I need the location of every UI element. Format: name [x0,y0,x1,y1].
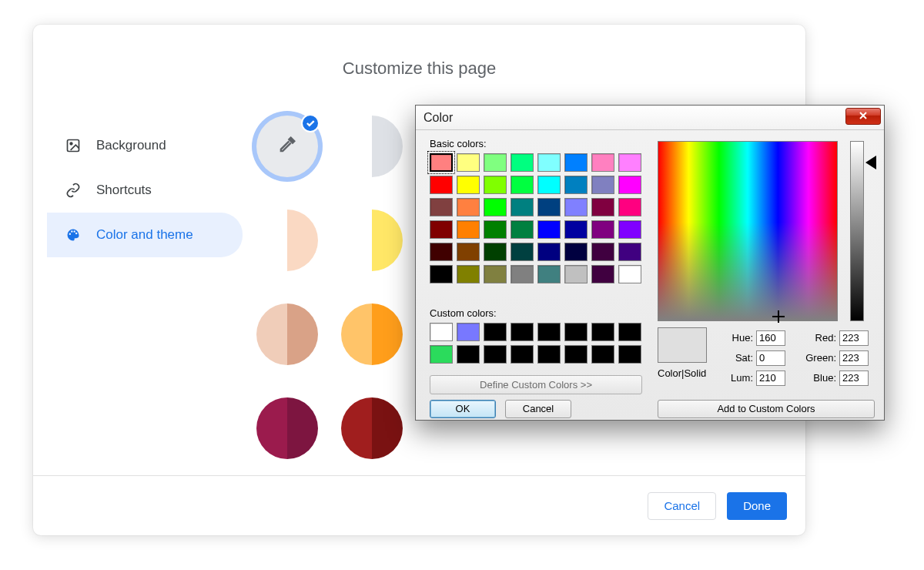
basic-color-cell[interactable] [511,265,534,283]
red-input[interactable]: 223 [839,330,869,346]
blue-input[interactable]: 223 [839,370,869,386]
sidebar-item-color-and-theme[interactable]: Color and theme [47,213,243,257]
cancel-button[interactable]: Cancel [648,492,716,520]
basic-color-cell[interactable] [618,198,641,216]
hue-input[interactable]: 160 [756,330,785,346]
palette-icon [61,227,85,243]
custom-color-cell[interactable] [591,323,614,341]
basic-color-cell[interactable] [537,153,561,172]
basic-color-cell[interactable] [484,243,507,261]
basic-color-cell[interactable] [457,265,480,283]
basic-color-cell[interactable] [511,176,534,194]
green-input[interactable]: 223 [839,350,869,366]
custom-color-cell[interactable] [537,345,561,364]
basic-color-cell[interactable] [484,198,507,216]
custom-color-cell[interactable] [511,345,534,364]
basic-color-cell[interactable] [618,243,641,261]
theme-swatch[interactable] [256,397,318,459]
basic-colors-label: Basic colors: [430,138,487,149]
color-picker-dialog: Color Basic colors: Custom colors: Defin… [415,105,885,421]
basic-color-cell[interactable] [537,265,561,283]
custom-color-cell[interactable] [484,345,507,364]
basic-color-cell[interactable] [618,176,641,194]
luminance-arrow-icon[interactable] [865,156,876,169]
basic-color-cell[interactable] [457,176,480,194]
basic-color-cell[interactable] [484,265,507,283]
custom-color-cell[interactable] [457,323,480,341]
basic-color-cell[interactable] [511,243,534,261]
basic-color-cell[interactable] [564,153,588,172]
basic-color-cell[interactable] [591,153,614,172]
ok-button[interactable]: OK [430,400,496,418]
basic-color-cell[interactable] [430,220,453,239]
cancel-button[interactable]: Cancel [505,400,571,418]
basic-color-cell[interactable] [457,243,480,261]
basic-color-cell[interactable] [591,265,614,283]
hue-label: Hue: [722,332,753,344]
dialog-title: Color [424,111,453,125]
basic-color-cell[interactable] [484,153,507,172]
basic-color-cell[interactable] [591,220,614,239]
custom-color-cell[interactable] [430,323,453,341]
basic-color-cell[interactable] [511,220,534,239]
custom-color-cell[interactable] [430,345,453,364]
lum-label: Lum: [722,372,753,384]
done-button[interactable]: Done [727,492,787,520]
sidebar-item-background[interactable]: Background [47,123,243,168]
custom-color-cell[interactable] [511,323,534,341]
custom-color-cell[interactable] [591,345,614,364]
theme-swatch[interactable] [256,303,318,365]
custom-color-cell[interactable] [618,345,641,364]
theme-swatch[interactable] [256,116,318,177]
custom-color-cell[interactable] [484,323,507,341]
theme-swatch[interactable] [341,210,403,271]
basic-color-cell[interactable] [618,153,641,172]
sidebar-item-shortcuts[interactable]: Shortcuts [47,168,243,213]
basic-color-cell[interactable] [564,198,588,216]
basic-color-cell[interactable] [430,198,453,216]
basic-color-cell[interactable] [430,176,453,194]
basic-color-cell[interactable] [457,220,480,239]
basic-color-cell[interactable] [564,220,588,239]
theme-swatch[interactable] [341,303,403,365]
basic-color-cell[interactable] [564,176,588,194]
basic-color-cell[interactable] [618,265,641,283]
basic-color-cell[interactable] [430,243,453,261]
basic-color-cell[interactable] [537,243,561,261]
theme-swatches [256,116,403,491]
custom-color-cell[interactable] [564,345,588,364]
add-to-custom-colors-button[interactable]: Add to Custom Colors [658,400,875,418]
hue-sat-field[interactable] [658,141,838,321]
sat-label: Sat: [722,352,753,364]
custom-color-cell[interactable] [537,323,561,341]
basic-color-cell[interactable] [484,176,507,194]
lum-input[interactable]: 210 [756,370,785,386]
basic-color-cell[interactable] [537,198,561,216]
dialog-titlebar[interactable]: Color [416,106,884,130]
basic-color-cell[interactable] [484,220,507,239]
custom-color-cell[interactable] [564,323,588,341]
basic-color-cell[interactable] [430,265,453,283]
basic-color-cell[interactable] [591,243,614,261]
basic-color-cell[interactable] [457,153,480,172]
basic-color-cell[interactable] [591,198,614,216]
close-button[interactable] [845,108,881,125]
theme-swatch[interactable] [341,116,403,177]
basic-color-cell[interactable] [537,176,561,194]
basic-color-cell[interactable] [564,265,588,283]
basic-color-cell[interactable] [591,176,614,194]
basic-color-cell[interactable] [564,243,588,261]
basic-color-cell[interactable] [430,153,453,172]
basic-color-cell[interactable] [457,198,480,216]
basic-color-cell[interactable] [511,198,534,216]
basic-color-cell[interactable] [537,220,561,239]
basic-color-cell[interactable] [618,220,641,239]
define-custom-colors-button[interactable]: Define Custom Colors >> [430,375,642,394]
custom-color-cell[interactable] [457,345,480,364]
theme-swatch[interactable] [256,210,318,271]
basic-color-cell[interactable] [511,153,534,172]
sat-input[interactable]: 0 [756,350,785,366]
luminance-strip[interactable] [850,141,864,321]
custom-color-cell[interactable] [618,323,641,341]
theme-swatch[interactable] [341,397,403,459]
